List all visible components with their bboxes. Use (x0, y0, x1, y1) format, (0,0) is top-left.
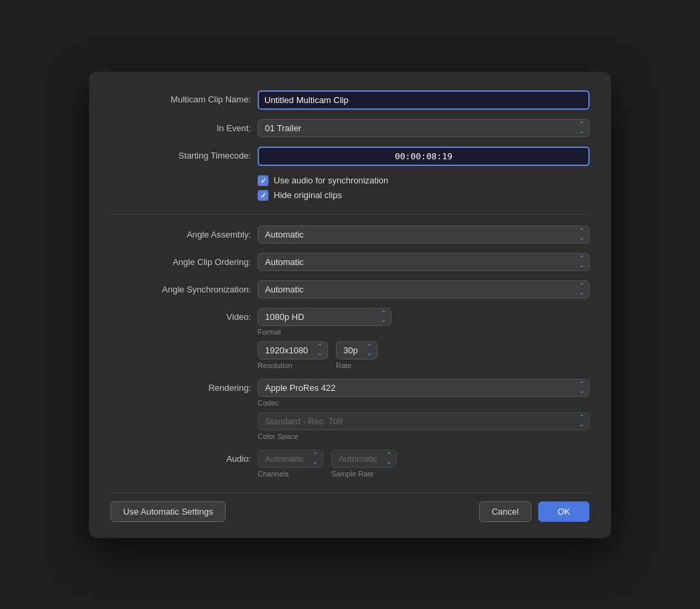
checkboxes-spacer (110, 175, 258, 179)
video-control: 1080p HD ⌃⌄ Format 1920x1080 ⌃⌄ Resoluti… (258, 308, 590, 369)
audio-sample-rate-select-wrapper: Automatic ⌃⌄ (331, 450, 397, 468)
audio-sample-rate-col: Automatic ⌃⌄ Sample Rate (331, 450, 397, 478)
rendering-colorspace-select-wrapper: Standard - Rec. 709 ⌃⌄ (258, 412, 590, 430)
video-res-rate-row: 1920x1080 ⌃⌄ Resolution 30p ⌃⌄ Rate (258, 341, 590, 369)
ok-button[interactable]: OK (538, 501, 590, 522)
audio-row: Audio: Automatic ⌃⌄ Channels Automatic (110, 450, 590, 478)
rendering-codec-select-wrapper: Apple ProRes 422 ⌃⌄ (258, 379, 590, 397)
video-rate-select-wrapper: 30p ⌃⌄ (336, 341, 377, 359)
timecode-input[interactable] (258, 147, 590, 166)
angle-clip-ordering-select[interactable]: Automatic (258, 253, 590, 271)
audio-two-col: Automatic ⌃⌄ Channels Automatic ⌃⌄ Sampl… (258, 450, 590, 478)
angle-sync-label: Angle Synchronization: (110, 280, 258, 296)
hide-original-label[interactable]: Hide original clips (274, 190, 342, 200)
in-event-control: 01 Trailer ⌃⌄ (258, 119, 590, 137)
audio-sample-rate-select[interactable]: Automatic (331, 450, 397, 468)
audio-channels-select-wrapper: Automatic ⌃⌄ (258, 450, 323, 468)
angle-assembly-label: Angle Assembly: (110, 226, 258, 241)
use-audio-sync-row: Use audio for synchronization (258, 175, 590, 186)
angle-assembly-select[interactable]: Automatic (258, 226, 590, 244)
rendering-colorspace-col: Standard - Rec. 709 ⌃⌄ Color Space (258, 412, 590, 440)
rendering-codec-select[interactable]: Apple ProRes 422 (258, 379, 590, 397)
audio-control: Automatic ⌃⌄ Channels Automatic ⌃⌄ Sampl… (258, 450, 590, 478)
audio-channels-col: Automatic ⌃⌄ Channels (258, 450, 323, 478)
checkboxes-area: Use audio for synchronization Hide origi… (258, 175, 590, 205)
in-event-select[interactable]: 01 Trailer (258, 119, 590, 137)
angle-sync-control: Automatic ⌃⌄ (258, 280, 590, 298)
use-automatic-settings-button[interactable]: Use Automatic Settings (110, 501, 226, 522)
hide-original-row: Hide original clips (258, 190, 590, 201)
video-format-sub-label: Format (258, 328, 590, 336)
clip-name-label: Multicam Clip Name: (110, 90, 258, 106)
angle-clip-ordering-control: Automatic ⌃⌄ (258, 253, 590, 271)
video-resolution-sub-label: Resolution (258, 361, 328, 369)
rendering-codec-col: Apple ProRes 422 ⌃⌄ Codec (258, 379, 590, 407)
timecode-control (258, 147, 590, 166)
clip-name-control (258, 90, 590, 110)
angle-sync-select-wrapper: Automatic ⌃⌄ (258, 280, 590, 298)
audio-channels-sub-label: Channels (258, 470, 323, 478)
video-format-col: 1080p HD ⌃⌄ Format (258, 308, 590, 336)
use-audio-sync-checkbox[interactable] (258, 175, 268, 186)
new-multicam-clip-dialog: Multicam Clip Name: In Event: 01 Trailer… (89, 72, 611, 538)
video-resolution-select-wrapper: 1920x1080 ⌃⌄ (258, 341, 328, 359)
audio-label: Audio: (110, 450, 258, 465)
video-resolution-col: 1920x1080 ⌃⌄ Resolution (258, 341, 328, 369)
checkboxes-row: Use audio for synchronization Hide origi… (110, 175, 590, 205)
angle-assembly-row: Angle Assembly: Automatic ⌃⌄ (110, 226, 590, 244)
rendering-row: Rendering: Apple ProRes 422 ⌃⌄ Codec Sta… (110, 379, 590, 440)
use-audio-sync-label[interactable]: Use audio for synchronization (274, 175, 388, 185)
dialog-footer: Use Automatic Settings Cancel OK (110, 493, 590, 522)
angle-assembly-control: Automatic ⌃⌄ (258, 226, 590, 244)
clip-name-row: Multicam Clip Name: (110, 90, 590, 110)
divider-1 (110, 214, 590, 215)
angle-clip-ordering-select-wrapper: Automatic ⌃⌄ (258, 253, 590, 271)
video-rate-col: 30p ⌃⌄ Rate (336, 341, 377, 369)
cancel-button[interactable]: Cancel (479, 501, 531, 522)
hide-original-checkbox[interactable] (258, 190, 268, 201)
in-event-row: In Event: 01 Trailer ⌃⌄ (110, 119, 590, 137)
audio-sample-rate-sub-label: Sample Rate (331, 470, 397, 478)
video-rate-sub-label: Rate (336, 361, 377, 369)
timecode-row: Starting Timecode: (110, 147, 590, 166)
rendering-colorspace-select[interactable]: Standard - Rec. 709 (258, 412, 590, 430)
rendering-label: Rendering: (110, 379, 258, 394)
video-format-select[interactable]: 1080p HD (258, 308, 391, 326)
video-rate-select[interactable]: 30p (336, 341, 377, 359)
angle-clip-ordering-row: Angle Clip Ordering: Automatic ⌃⌄ (110, 253, 590, 271)
in-event-select-wrapper: 01 Trailer ⌃⌄ (258, 119, 590, 137)
video-row: Video: 1080p HD ⌃⌄ Format 1920x1080 (110, 308, 590, 369)
angle-clip-ordering-label: Angle Clip Ordering: (110, 253, 258, 268)
video-format-select-wrapper: 1080p HD ⌃⌄ (258, 308, 391, 326)
angle-sync-select[interactable]: Automatic (258, 280, 590, 298)
video-resolution-select[interactable]: 1920x1080 (258, 341, 328, 359)
rendering-control: Apple ProRes 422 ⌃⌄ Codec Standard - Rec… (258, 379, 590, 440)
footer-right-buttons: Cancel OK (479, 501, 590, 522)
in-event-label: In Event: (110, 119, 258, 135)
timecode-label: Starting Timecode: (110, 147, 258, 162)
angle-sync-row: Angle Synchronization: Automatic ⌃⌄ (110, 280, 590, 298)
rendering-codec-sub-label: Codec (258, 399, 590, 407)
audio-channels-select[interactable]: Automatic (258, 450, 323, 468)
rendering-colorspace-sub-label: Color Space (258, 432, 590, 440)
angle-assembly-select-wrapper: Automatic ⌃⌄ (258, 226, 590, 244)
video-label: Video: (110, 308, 258, 323)
clip-name-input[interactable] (258, 90, 590, 110)
